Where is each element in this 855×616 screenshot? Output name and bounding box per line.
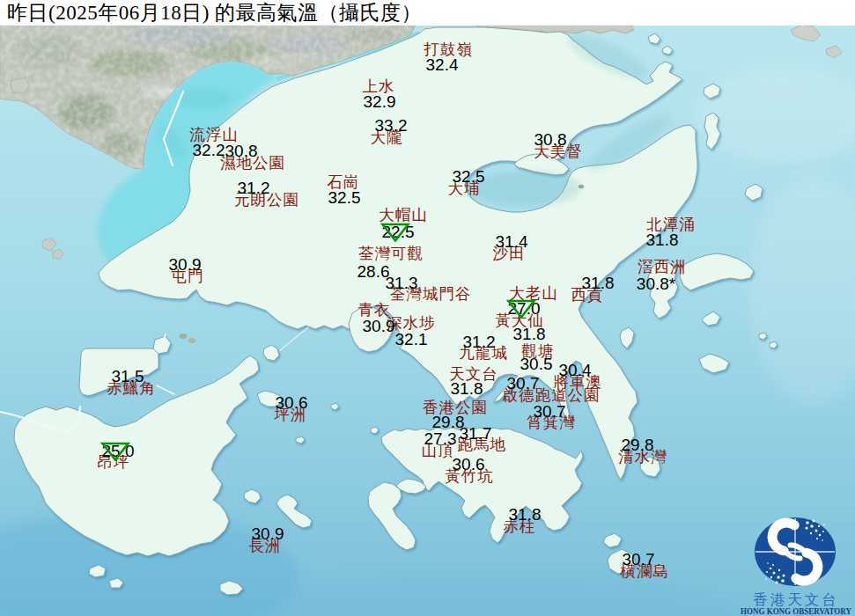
- logo-halftone-part: [819, 534, 822, 537]
- logo-halftone-part: [810, 524, 813, 527]
- logo-halftone-part: [806, 521, 809, 524]
- logo-halftone-part: [816, 538, 818, 539]
- logo-halftone-part: [770, 576, 772, 578]
- logo-halftone-part: [810, 532, 812, 534]
- logo-halftone-part: [813, 520, 815, 523]
- logo-halftone-part: [823, 524, 825, 525]
- logo-halftone-part: [815, 530, 818, 532]
- logo-name-en: HONG KONG OBSERVATORY: [741, 606, 851, 616]
- islets-part: [180, 334, 187, 339]
- logo-halftone-part: [818, 525, 820, 527]
- logo-halftone-part: [777, 576, 779, 578]
- logo-halftone-part: [765, 578, 767, 580]
- water-tints-part: [178, 88, 231, 109]
- logo-halftone-part: [766, 571, 768, 573]
- title-bar: 昨日(2025年06月18日) 的最高氣溫（攝氏度）: [0, 0, 855, 26]
- logo-name-zh: 香港天文台: [753, 591, 839, 607]
- logo-halftone-part: [770, 568, 772, 570]
- logo-halftone-part: [773, 572, 776, 575]
- logo-halftone-part: [767, 562, 769, 564]
- hong-kong-map: 香港天文台 HONG KONG OBSERVATORY: [0, 0, 855, 616]
- logo-halftone-part: [778, 569, 780, 571]
- logo-halftone-part: [781, 579, 785, 583]
- map-title: 昨日(2025年06月18日) 的最高氣溫（攝氏度）: [7, 0, 422, 26]
- logo-halftone-part: [822, 531, 824, 532]
- logo-halftone-part: [783, 575, 785, 577]
- islets-part: [189, 339, 195, 342]
- water-tints-part: [472, 171, 581, 206]
- logo-halftone-part: [806, 527, 808, 530]
- logo-halftone-part: [822, 539, 823, 541]
- logo-halftone-part: [776, 582, 778, 584]
- hko-temperature-map: 香港天文台 HONG KONG OBSERVATORY 昨日(2025年06月1…: [0, 0, 855, 616]
- logo-halftone-part: [772, 564, 774, 566]
